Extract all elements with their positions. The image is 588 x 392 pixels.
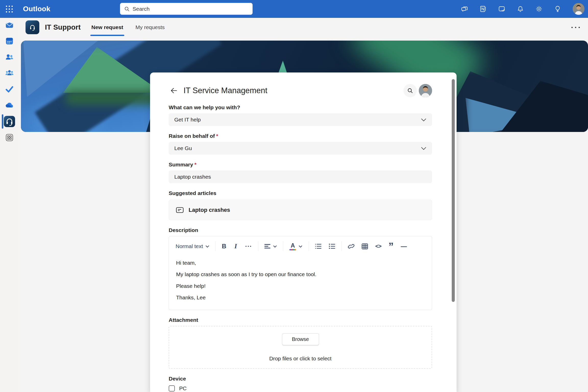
groups-icon [5, 69, 14, 78]
tips-lightbulb-icon[interactable] [554, 5, 561, 13]
form-scrollbar[interactable] [452, 77, 455, 390]
help-with-value: Get IT help [174, 117, 421, 123]
more-formatting-button[interactable]: ··· [245, 243, 252, 250]
request-form-card: IT Service Management What can we help y… [150, 72, 457, 392]
description-paragraph: Please help! [176, 283, 425, 290]
attachment-dropzone[interactable]: Browse Drop files or click to select [169, 326, 432, 369]
more-options-button[interactable] [569, 18, 582, 37]
addin-header: IT Support New request My requests [19, 18, 588, 37]
description-label: Description [169, 227, 432, 233]
text-color-icon: A [289, 242, 296, 250]
back-button[interactable] [169, 85, 179, 96]
sidebar-item-onedrive[interactable] [4, 100, 15, 111]
app-launcher-button[interactable] [2, 2, 16, 16]
italic-button[interactable]: I [234, 243, 238, 250]
chevron-down-icon [273, 245, 277, 248]
toolbar-divider [283, 241, 283, 251]
chevron-down-icon [205, 245, 209, 248]
device-label: Device [169, 376, 432, 382]
help-with-select[interactable]: Get IT help [169, 113, 432, 126]
chevron-down-icon [421, 147, 426, 150]
account-avatar[interactable] [573, 3, 584, 15]
required-asterisk: * [216, 133, 218, 139]
search-icon [407, 88, 413, 94]
table-button[interactable] [362, 243, 368, 249]
sidebar-item-groups[interactable] [4, 68, 15, 79]
behalf-value: Lee Gu [174, 145, 421, 151]
browse-button[interactable]: Browse [282, 333, 319, 345]
description-paragraph: Hi team, [176, 259, 425, 266]
sidebar-item-tasks[interactable] [4, 84, 15, 95]
alignment-dropdown[interactable] [264, 244, 277, 249]
link-button[interactable] [348, 243, 354, 249]
global-search[interactable] [120, 3, 253, 15]
device-option-pc[interactable]: PC [169, 385, 432, 392]
text-style-dropdown[interactable]: Normal text [176, 243, 209, 249]
numbered-list-button[interactable] [329, 243, 335, 249]
attachment-label: Attachment [169, 317, 432, 323]
back-arrow-icon [169, 86, 178, 95]
calendar-icon [5, 36, 14, 46]
more-apps-grid-icon [5, 133, 14, 142]
suggested-article-item[interactable]: Laptop crashes [169, 200, 432, 220]
description-paragraph: Thanks, Lee [176, 294, 425, 301]
suggested-articles-label: Suggested articles [169, 190, 432, 196]
tab-new-request[interactable]: New request [90, 18, 124, 37]
toolbar-divider [215, 241, 216, 251]
avatar-photo [573, 3, 584, 15]
sidebar-item-calendar[interactable] [4, 35, 15, 47]
form-user-avatar[interactable] [419, 84, 432, 97]
headset-glyph [28, 23, 37, 32]
addin-tabs: New request My requests [90, 18, 176, 37]
active-item-indicator [2, 114, 3, 129]
sidebar-item-more-apps[interactable] [4, 132, 15, 143]
quote-button[interactable]: ” [388, 243, 394, 249]
suite-header: Outlook [0, 0, 588, 18]
sidebar-item-it-support[interactable] [4, 116, 15, 127]
it-support-app-icon [26, 20, 39, 34]
chevron-down-icon [299, 245, 302, 248]
addin-title: IT Support [45, 23, 81, 31]
help-with-label: What can we help you with? [169, 104, 432, 111]
summary-input[interactable] [169, 170, 432, 183]
notifications-bell-icon[interactable] [517, 5, 524, 13]
it-support-headset-icon [4, 116, 15, 127]
active-tab-underline [90, 35, 124, 36]
scrollbar-thumb[interactable] [452, 79, 455, 302]
article-icon [176, 206, 184, 214]
description-text[interactable]: Hi team, My laptop crashes as soon as I … [169, 253, 432, 301]
todo-icon[interactable] [498, 5, 505, 13]
behalf-select[interactable]: Lee Gu [169, 142, 432, 155]
form-title: IT Service Management [183, 86, 267, 95]
toolbar-divider [341, 241, 342, 251]
bullet-list-button[interactable] [315, 243, 322, 249]
checkbox[interactable] [169, 385, 175, 391]
search-icon [124, 6, 130, 12]
toolbar-divider [258, 241, 258, 251]
form-search-button[interactable] [403, 84, 417, 97]
suite-header-actions [461, 0, 584, 18]
sidebar-item-people[interactable] [4, 52, 15, 63]
tab-my-requests[interactable]: My requests [134, 18, 166, 37]
divider-button[interactable]: — [401, 243, 407, 250]
rich-text-editor[interactable]: Normal text B I ··· [169, 236, 432, 310]
text-color-dropdown[interactable]: A [289, 242, 302, 250]
drop-hint-text: Drop files or click to select [269, 356, 332, 362]
onenote-icon[interactable] [480, 5, 487, 13]
mail-icon [5, 20, 14, 30]
settings-gear-icon[interactable] [535, 5, 543, 13]
behalf-label: Raise on behalf of* [169, 133, 432, 139]
summary-label: Summary* [169, 162, 432, 168]
feedback-chat-icon[interactable] [461, 5, 468, 13]
search-input[interactable] [133, 6, 248, 12]
onedrive-cloud-icon [5, 101, 14, 110]
article-title: Laptop crashes [189, 207, 230, 213]
app-rail [0, 18, 19, 392]
bold-button[interactable]: B [222, 243, 226, 250]
editor-toolbar: Normal text B I ··· [169, 236, 432, 253]
sidebar-item-mail[interactable] [4, 19, 15, 31]
description-paragraph: My laptop crashes as soon as I try to op… [176, 271, 425, 278]
code-button[interactable]: <> [375, 243, 381, 250]
form-header: IT Service Management [169, 84, 432, 97]
brand-title: Outlook [23, 5, 50, 13]
